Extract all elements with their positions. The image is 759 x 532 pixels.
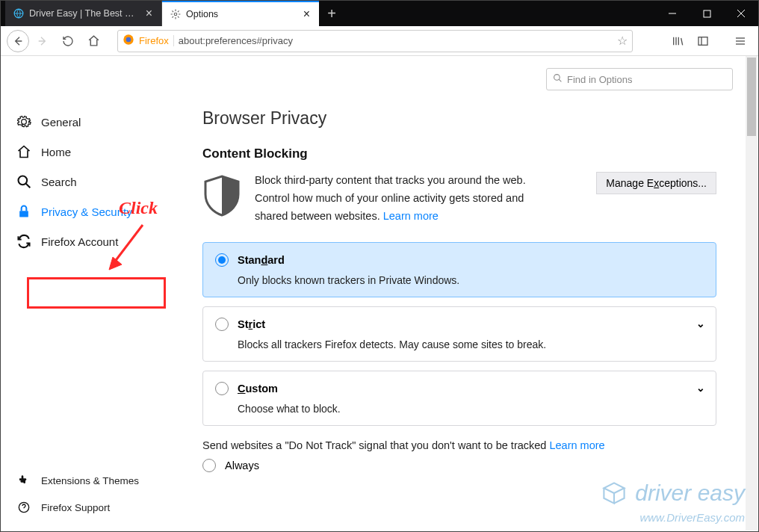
close-icon[interactable]: × [144,7,154,20]
sidebar-item-label: Extensions & Themes [41,475,139,486]
dnt-always-option[interactable]: Always [202,459,716,472]
annotation-arrow [105,221,150,276]
scroll-thumb[interactable] [747,58,756,136]
maximize-button[interactable] [690,1,724,26]
sidebar-item-label: Home [41,146,71,158]
library-button[interactable] [666,29,690,53]
svg-point-1 [174,13,177,16]
gear-icon [170,8,182,20]
sidebar-item-general[interactable]: General [1,107,173,137]
svg-rect-8 [698,37,707,45]
reload-button[interactable] [56,29,80,53]
url-input[interactable] [179,35,613,46]
radio-always[interactable] [202,459,216,472]
radio-label: Always [225,460,259,471]
svg-marker-20 [109,257,122,270]
page-title: Browser Privacy [202,108,716,129]
option-title: Standard [238,254,285,266]
tab-title: Driver Easy | The Best Free Driver [29,8,140,19]
option-title: Custom [238,383,278,395]
forward-button [31,29,55,53]
radio-strict[interactable] [215,318,229,331]
sidebar-item-support[interactable]: Firefox Support [1,494,173,521]
home-icon [16,143,32,160]
sidebar-item-extensions[interactable]: Extensions & Themes [1,467,173,494]
svg-point-15 [19,176,28,185]
close-icon[interactable]: × [302,7,312,21]
newtab-button[interactable]: + [319,1,344,26]
option-title: Strict [238,318,265,330]
tab-options[interactable]: Options × [162,1,319,26]
shield-icon [202,175,241,217]
home-button[interactable] [81,29,105,53]
sidebar-button[interactable] [691,29,715,53]
search-icon [16,173,32,190]
svg-point-7 [126,37,131,42]
sidebar-item-label: Firefox Support [41,502,110,513]
help-icon [16,499,32,516]
learn-more-link[interactable]: Learn more [383,210,439,222]
svg-rect-17 [19,211,28,217]
option-subtitle: Blocks all trackers Firefox detects. May… [238,338,704,350]
url-bar[interactable]: Firefox ☆ [117,30,633,52]
identity-label: Firefox [139,35,174,46]
option-strict[interactable]: ⌄ Strict Blocks all trackers Firefox det… [202,306,716,362]
scrollbar[interactable] [746,56,758,531]
svg-line-19 [114,225,143,262]
chevron-down-icon[interactable]: ⌄ [696,318,705,330]
main-panel: Browser Privacy Content Blocking Block t… [173,56,746,531]
watermark: driver easy www.DriverEasy.com [601,480,745,524]
svg-line-16 [26,184,31,188]
sidebar-item-home[interactable]: Home [1,137,173,167]
gear-icon [16,114,32,130]
svg-rect-3 [704,10,710,17]
option-subtitle: Only blocks known trackers in Private Wi… [238,274,704,286]
lock-icon [16,203,32,220]
option-custom[interactable]: ⌄ Custom Choose what to block. [202,371,716,426]
radio-custom[interactable] [215,382,229,395]
preferences-page: Find in Options General Home Search Priv… [1,56,758,531]
tab-drivereasy[interactable]: Driver Easy | The Best Free Driver × [5,1,162,26]
chevron-down-icon[interactable]: ⌄ [696,382,705,394]
radio-standard[interactable] [215,253,229,267]
section-title: Content Blocking [202,146,716,161]
sidebar-item-label: General [41,116,81,129]
globe-icon [13,7,25,19]
sidebar-item-search[interactable]: Search [1,167,173,197]
preferences-sidebar: General Home Search Privacy & Security F… [1,56,173,531]
back-button[interactable] [7,30,29,52]
cube-icon [601,480,627,511]
window-controls [655,1,758,26]
bookmark-star-icon[interactable]: ☆ [617,34,628,48]
dnt-description: Send websites a "Do Not Track" signal th… [202,439,716,451]
menu-button[interactable] [728,29,752,53]
annotation-label: Click [119,198,158,218]
option-subtitle: Choose what to block. [238,403,704,415]
firefox-icon [123,34,134,49]
tab-title: Options [186,9,297,19]
nav-toolbar: Firefox ☆ [1,26,758,56]
minimize-button[interactable] [655,1,690,26]
manage-exceptions-button[interactable]: Manage Exceptions... [596,172,716,194]
sidebar-item-label: Search [41,176,77,188]
titlebar: Driver Easy | The Best Free Driver × Opt… [1,1,758,26]
blocking-description: Block third-party content that tracks yo… [255,172,554,226]
browser-tabs: Driver Easy | The Best Free Driver × Opt… [1,1,344,26]
learn-more-link[interactable]: Learn more [549,439,604,451]
puzzle-icon [16,472,32,489]
close-button[interactable] [724,1,758,26]
sync-icon [16,233,32,250]
option-standard[interactable]: Standard Only blocks known trackers in P… [202,242,716,297]
